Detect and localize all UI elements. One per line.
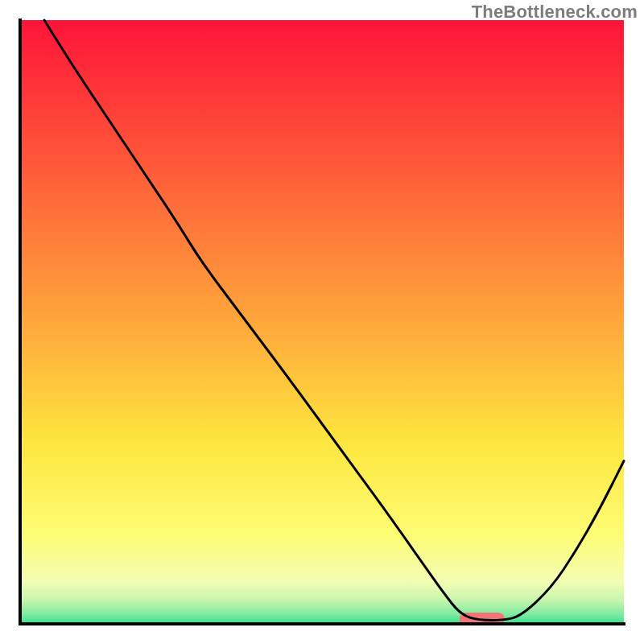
chart-svg (0, 0, 644, 644)
watermark-text: TheBottleneck.com (472, 2, 638, 23)
chart-container: TheBottleneck.com (0, 0, 644, 644)
gradient-background (20, 20, 624, 624)
